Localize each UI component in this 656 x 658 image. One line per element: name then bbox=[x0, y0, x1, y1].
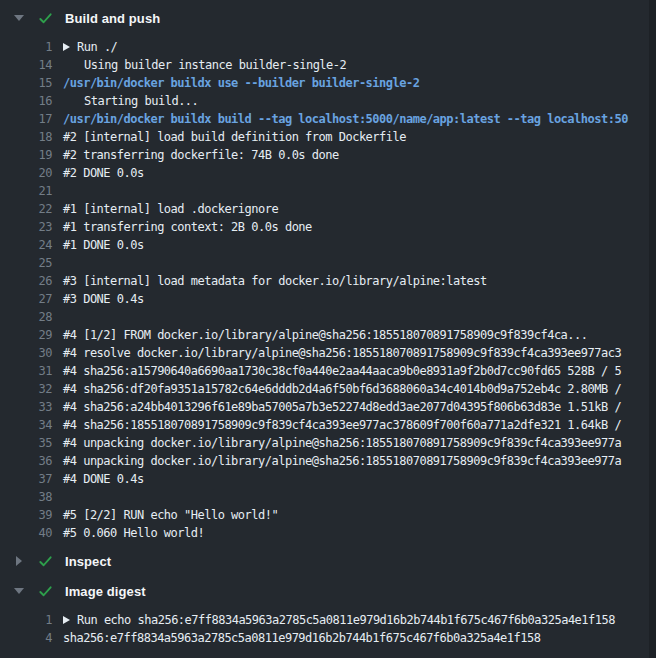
line-number[interactable]: 38 bbox=[0, 490, 52, 504]
line-text: /usr/bin/docker buildx use --builder bui… bbox=[63, 76, 419, 90]
line-number[interactable]: 32 bbox=[0, 382, 52, 396]
line-number[interactable]: 24 bbox=[0, 238, 52, 252]
line-text: #4 sha256:185518070891758909c9f839cf4ca3… bbox=[63, 418, 621, 432]
log-section-image-digest: Image digest 1 Run echo sha256:e7ff8834a… bbox=[0, 580, 656, 647]
line-number[interactable]: 19 bbox=[0, 148, 52, 162]
line-text: #4 sha256:a24bb4013296f61e89ba57005a7b3e… bbox=[63, 400, 621, 414]
line-text-value: #1 DONE 0.0s bbox=[63, 238, 144, 252]
line-text-value: #4 resolve docker.io/library/alpine@sha2… bbox=[63, 346, 621, 360]
line-text: #3 DONE 0.4s bbox=[63, 292, 144, 306]
section-header-inspect[interactable]: Inspect bbox=[0, 550, 656, 572]
section-title: Image digest bbox=[65, 584, 146, 599]
log-line: 34 #4 sha256:185518070891758909c9f839cf4… bbox=[0, 416, 656, 434]
section-title: Build and push bbox=[65, 11, 160, 26]
line-number[interactable]: 36 bbox=[0, 454, 52, 468]
play-icon bbox=[63, 43, 70, 51]
section-header-build-and-push[interactable]: Build and push bbox=[0, 7, 656, 29]
line-number[interactable]: 1 bbox=[0, 613, 52, 627]
line-text: #4 unpacking docker.io/library/alpine@sh… bbox=[63, 454, 621, 468]
line-text: Run ./ bbox=[63, 40, 117, 54]
line-text-value: #1 [internal] load .dockerignore bbox=[63, 202, 278, 216]
line-number[interactable]: 28 bbox=[0, 310, 52, 324]
line-text: #2 transferring dockerfile: 74B 0.0s don… bbox=[63, 148, 339, 162]
section-lines: 1 Run ./ 14 Using builder instance build… bbox=[0, 29, 656, 542]
line-text-value: #2 DONE 0.0s bbox=[63, 166, 144, 180]
log-line: 31 #4 sha256:a15790640a6690aa1730c38cf0a… bbox=[0, 362, 656, 380]
line-number[interactable]: 27 bbox=[0, 292, 52, 306]
line-text: #4 DONE 0.4s bbox=[63, 472, 144, 486]
line-number[interactable]: 20 bbox=[0, 166, 52, 180]
log-line: 20 #2 DONE 0.0s bbox=[0, 164, 656, 182]
line-text: #5 0.060 Hello world! bbox=[63, 526, 204, 540]
log-line: 17 /usr/bin/docker buildx build --tag lo… bbox=[0, 110, 656, 128]
line-text-value: #4 sha256:a24bb4013296f61e89ba57005a7b3e… bbox=[63, 400, 621, 414]
line-number[interactable]: 16 bbox=[0, 94, 52, 108]
line-text-value: Starting build... bbox=[84, 94, 198, 108]
line-text: #3 [internal] load metadata for docker.i… bbox=[63, 274, 487, 288]
line-number[interactable]: 34 bbox=[0, 418, 52, 432]
chevron-right-icon[interactable] bbox=[13, 556, 25, 566]
line-text-value: #1 transferring context: 2B 0.0s done bbox=[63, 220, 312, 234]
chevron-down-icon[interactable] bbox=[13, 588, 25, 594]
line-number[interactable]: 39 bbox=[0, 508, 52, 522]
line-number[interactable]: 30 bbox=[0, 346, 52, 360]
line-number[interactable]: 14 bbox=[0, 58, 52, 72]
line-text: #2 DONE 0.0s bbox=[63, 166, 144, 180]
section-lines: 1 Run echo sha256:e7ff8834a5963a2785c5a0… bbox=[0, 602, 656, 647]
line-number[interactable]: 18 bbox=[0, 130, 52, 144]
line-number[interactable]: 29 bbox=[0, 328, 52, 342]
line-number[interactable]: 40 bbox=[0, 526, 52, 540]
section-header-image-digest[interactable]: Image digest bbox=[0, 580, 656, 602]
check-icon bbox=[38, 554, 53, 569]
line-text-value: /usr/bin/docker buildx build --tag local… bbox=[63, 112, 628, 126]
line-text-value: #4 sha256:a15790640a6690aa1730c38cf0a440… bbox=[63, 364, 621, 378]
log-line: 15 /usr/bin/docker buildx use --builder … bbox=[0, 74, 656, 92]
log-line: 37 #4 DONE 0.4s bbox=[0, 470, 656, 488]
log-section-build-and-push: Build and push 1 Run ./ 14 Using builder… bbox=[0, 7, 656, 542]
line-text-value: Run echo sha256:e7ff8834a5963a2785c5a081… bbox=[77, 613, 615, 627]
line-text-value: #4 unpacking docker.io/library/alpine@sh… bbox=[63, 436, 621, 450]
line-text-value: #5 0.060 Hello world! bbox=[63, 526, 204, 540]
log-line: 23 #1 transferring context: 2B 0.0s done bbox=[0, 218, 656, 236]
check-icon bbox=[38, 584, 53, 599]
log-line: 28 bbox=[0, 308, 656, 326]
line-text-value: #4 DONE 0.4s bbox=[63, 472, 144, 486]
log-line: 39 #5 [2/2] RUN echo "Hello world!" bbox=[0, 506, 656, 524]
line-text: #1 transferring context: 2B 0.0s done bbox=[63, 220, 312, 234]
line-number[interactable]: 15 bbox=[0, 76, 52, 90]
line-number[interactable]: 31 bbox=[0, 364, 52, 378]
line-text-value: /usr/bin/docker buildx use --builder bui… bbox=[63, 76, 419, 90]
log-line: 40 #5 0.060 Hello world! bbox=[0, 524, 656, 542]
line-number[interactable]: 1 bbox=[0, 40, 52, 54]
line-text: #4 resolve docker.io/library/alpine@sha2… bbox=[63, 346, 621, 360]
log-line: 29 #4 [1/2] FROM docker.io/library/alpin… bbox=[0, 326, 656, 344]
log-line: 24 #1 DONE 0.0s bbox=[0, 236, 656, 254]
actions-log-view: Build and push 1 Run ./ 14 Using builder… bbox=[0, 0, 656, 647]
line-text: #4 sha256:a15790640a6690aa1730c38cf0a440… bbox=[63, 364, 621, 378]
log-line: 22 #1 [internal] load .dockerignore bbox=[0, 200, 656, 218]
line-number[interactable]: 33 bbox=[0, 400, 52, 414]
line-number[interactable]: 17 bbox=[0, 112, 52, 126]
line-text-value: #5 [2/2] RUN echo "Hello world!" bbox=[63, 508, 278, 522]
line-number[interactable]: 37 bbox=[0, 472, 52, 486]
line-text-value: Run ./ bbox=[77, 40, 117, 54]
line-text-value: #4 unpacking docker.io/library/alpine@sh… bbox=[63, 454, 621, 468]
log-line: 26 #3 [internal] load metadata for docke… bbox=[0, 272, 656, 290]
line-number[interactable]: 25 bbox=[0, 256, 52, 270]
line-number[interactable]: 23 bbox=[0, 220, 52, 234]
line-number[interactable]: 26 bbox=[0, 274, 52, 288]
log-line: 14 Using builder instance builder-single… bbox=[0, 56, 656, 74]
line-number[interactable]: 4 bbox=[0, 631, 52, 645]
chevron-down-icon[interactable] bbox=[13, 15, 25, 21]
log-line: 19 #2 transferring dockerfile: 74B 0.0s … bbox=[0, 146, 656, 164]
log-line: 38 bbox=[0, 488, 656, 506]
line-text-value: #4 sha256:185518070891758909c9f839cf4ca3… bbox=[63, 418, 621, 432]
line-number[interactable]: 35 bbox=[0, 436, 52, 450]
line-number[interactable]: 21 bbox=[0, 184, 52, 198]
check-icon bbox=[38, 11, 53, 26]
line-text: #4 [1/2] FROM docker.io/library/alpine@s… bbox=[63, 328, 588, 342]
log-line: 4 sha256:e7ff8834a5963a2785c5a0811e979d1… bbox=[0, 629, 656, 647]
line-number[interactable]: 22 bbox=[0, 202, 52, 216]
line-text: Using builder instance builder-single-2 bbox=[63, 58, 346, 72]
log-line: 30 #4 resolve docker.io/library/alpine@s… bbox=[0, 344, 656, 362]
